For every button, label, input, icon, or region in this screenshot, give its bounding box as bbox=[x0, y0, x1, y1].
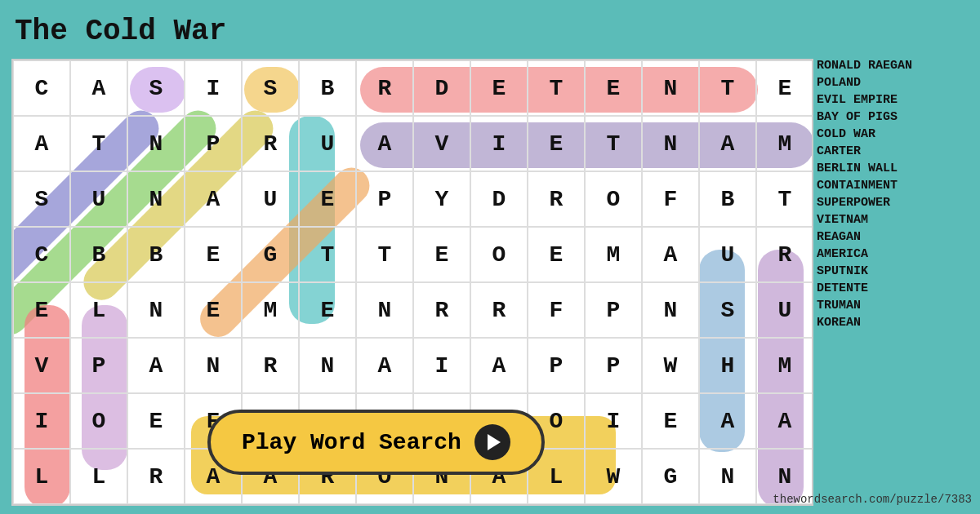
cell-2-1[interactable]: U bbox=[70, 171, 127, 227]
cell-5-8[interactable]: A bbox=[470, 338, 528, 393]
cell-5-13[interactable]: M bbox=[756, 338, 813, 393]
cell-2-13[interactable]: T bbox=[756, 171, 813, 227]
cell-1-5[interactable]: U bbox=[299, 116, 356, 171]
cell-1-13[interactable]: M bbox=[756, 116, 813, 171]
word-list: RONALD RAEGANPOLANDEVIL EMPIREBAY OF PIG… bbox=[817, 59, 972, 330]
cell-7-1[interactable]: L bbox=[70, 449, 127, 504]
cell-1-9[interactable]: E bbox=[528, 116, 585, 171]
cell-3-7[interactable]: E bbox=[413, 227, 470, 282]
cell-1-6[interactable]: A bbox=[356, 116, 413, 171]
cell-2-9[interactable]: R bbox=[528, 171, 585, 227]
cell-2-5[interactable]: E bbox=[299, 171, 356, 227]
cell-0-3[interactable]: I bbox=[185, 60, 242, 116]
cell-4-13[interactable]: U bbox=[756, 282, 813, 338]
cell-7-12[interactable]: N bbox=[699, 449, 756, 504]
cell-0-13[interactable]: E bbox=[756, 60, 813, 116]
cell-5-7[interactable]: I bbox=[413, 338, 470, 393]
cell-0-9[interactable]: T bbox=[528, 60, 585, 116]
cell-3-12[interactable]: U bbox=[699, 227, 756, 282]
cell-5-10[interactable]: P bbox=[585, 338, 642, 393]
cell-5-6[interactable]: A bbox=[356, 338, 413, 393]
cell-2-11[interactable]: F bbox=[642, 171, 699, 227]
cell-4-9[interactable]: F bbox=[528, 282, 585, 338]
cell-0-4[interactable]: S bbox=[242, 60, 299, 116]
cell-2-6[interactable]: P bbox=[356, 171, 413, 227]
cell-6-12[interactable]: A bbox=[699, 393, 756, 449]
cell-6-0[interactable]: I bbox=[13, 393, 70, 449]
cell-1-8[interactable]: I bbox=[470, 116, 528, 171]
cell-3-3[interactable]: E bbox=[185, 227, 242, 282]
cell-2-10[interactable]: O bbox=[585, 171, 642, 227]
cell-3-10[interactable]: M bbox=[585, 227, 642, 282]
cell-3-8[interactable]: O bbox=[470, 227, 528, 282]
cell-7-2[interactable]: R bbox=[127, 449, 185, 504]
cell-6-2[interactable]: E bbox=[127, 393, 185, 449]
cell-5-9[interactable]: P bbox=[528, 338, 585, 393]
cell-1-1[interactable]: T bbox=[70, 116, 127, 171]
cell-0-8[interactable]: E bbox=[470, 60, 528, 116]
cell-4-12[interactable]: S bbox=[699, 282, 756, 338]
cell-4-6[interactable]: N bbox=[356, 282, 413, 338]
cell-2-12[interactable]: B bbox=[699, 171, 756, 227]
cell-5-1[interactable]: P bbox=[70, 338, 127, 393]
cell-0-10[interactable]: E bbox=[585, 60, 642, 116]
cell-0-11[interactable]: N bbox=[642, 60, 699, 116]
cell-7-0[interactable]: L bbox=[13, 449, 70, 504]
cell-5-4[interactable]: R bbox=[242, 338, 299, 393]
cell-1-4[interactable]: R bbox=[242, 116, 299, 171]
cell-4-8[interactable]: R bbox=[470, 282, 528, 338]
cell-1-7[interactable]: V bbox=[413, 116, 470, 171]
cell-7-10[interactable]: W bbox=[585, 449, 642, 504]
cell-3-9[interactable]: E bbox=[528, 227, 585, 282]
cell-2-8[interactable]: D bbox=[470, 171, 528, 227]
cell-4-11[interactable]: N bbox=[642, 282, 699, 338]
cell-3-1[interactable]: B bbox=[70, 227, 127, 282]
cell-3-0[interactable]: C bbox=[13, 227, 70, 282]
cell-7-11[interactable]: G bbox=[642, 449, 699, 504]
cell-3-5[interactable]: T bbox=[299, 227, 356, 282]
cell-1-2[interactable]: N bbox=[127, 116, 185, 171]
cell-6-11[interactable]: E bbox=[642, 393, 699, 449]
cell-5-12[interactable]: H bbox=[699, 338, 756, 393]
cell-0-12[interactable]: T bbox=[699, 60, 756, 116]
cell-3-4[interactable]: G bbox=[242, 227, 299, 282]
cell-3-2[interactable]: B bbox=[127, 227, 185, 282]
cell-6-1[interactable]: O bbox=[70, 393, 127, 449]
cell-2-7[interactable]: Y bbox=[413, 171, 470, 227]
cell-5-0[interactable]: V bbox=[13, 338, 70, 393]
cell-3-13[interactable]: R bbox=[756, 227, 813, 282]
cell-0-5[interactable]: B bbox=[299, 60, 356, 116]
cell-4-7[interactable]: R bbox=[413, 282, 470, 338]
cell-1-10[interactable]: T bbox=[585, 116, 642, 171]
play-button[interactable]: Play Word Search bbox=[207, 410, 545, 475]
cell-0-7[interactable]: D bbox=[413, 60, 470, 116]
cell-4-10[interactable]: P bbox=[585, 282, 642, 338]
cell-4-5[interactable]: E bbox=[299, 282, 356, 338]
cell-1-11[interactable]: N bbox=[642, 116, 699, 171]
cell-1-3[interactable]: P bbox=[185, 116, 242, 171]
cell-2-0[interactable]: S bbox=[13, 171, 70, 227]
cell-4-2[interactable]: N bbox=[127, 282, 185, 338]
cell-6-13[interactable]: A bbox=[756, 393, 813, 449]
cell-4-0[interactable]: E bbox=[13, 282, 70, 338]
cell-4-4[interactable]: M bbox=[242, 282, 299, 338]
cell-5-11[interactable]: W bbox=[642, 338, 699, 393]
cell-5-5[interactable]: N bbox=[299, 338, 356, 393]
cell-2-4[interactable]: U bbox=[242, 171, 299, 227]
cell-0-1[interactable]: A bbox=[70, 60, 127, 116]
cell-2-2[interactable]: N bbox=[127, 171, 185, 227]
cell-4-1[interactable]: L bbox=[70, 282, 127, 338]
cell-4-3[interactable]: E bbox=[185, 282, 242, 338]
cell-0-6[interactable]: R bbox=[356, 60, 413, 116]
cell-2-3[interactable]: A bbox=[185, 171, 242, 227]
cell-7-13[interactable]: N bbox=[756, 449, 813, 504]
cell-1-12[interactable]: A bbox=[699, 116, 756, 171]
cell-3-6[interactable]: T bbox=[356, 227, 413, 282]
cell-0-2[interactable]: S bbox=[127, 60, 185, 116]
cell-5-2[interactable]: A bbox=[127, 338, 185, 393]
cell-3-11[interactable]: A bbox=[642, 227, 699, 282]
cell-1-0[interactable]: A bbox=[13, 116, 70, 171]
cell-0-0[interactable]: C bbox=[13, 60, 70, 116]
cell-6-10[interactable]: I bbox=[585, 393, 642, 449]
cell-5-3[interactable]: N bbox=[185, 338, 242, 393]
